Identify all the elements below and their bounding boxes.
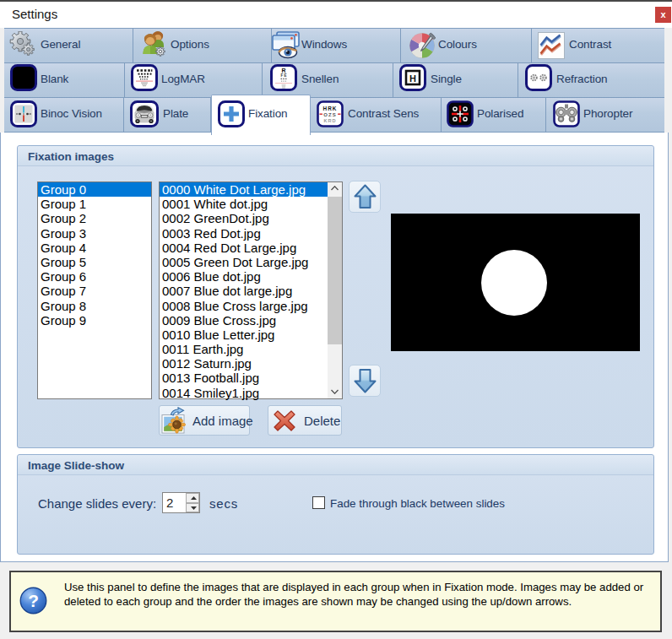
svg-text:?: ? — [28, 591, 39, 610]
svg-text:F E: F E — [280, 73, 286, 78]
svg-text:KRD: KRD — [323, 118, 336, 123]
svg-text:H: H — [409, 73, 416, 84]
svg-text:HRK: HRK — [323, 106, 338, 111]
svg-text:R: R — [281, 68, 285, 73]
svg-text:OZS: OZS — [323, 112, 336, 117]
